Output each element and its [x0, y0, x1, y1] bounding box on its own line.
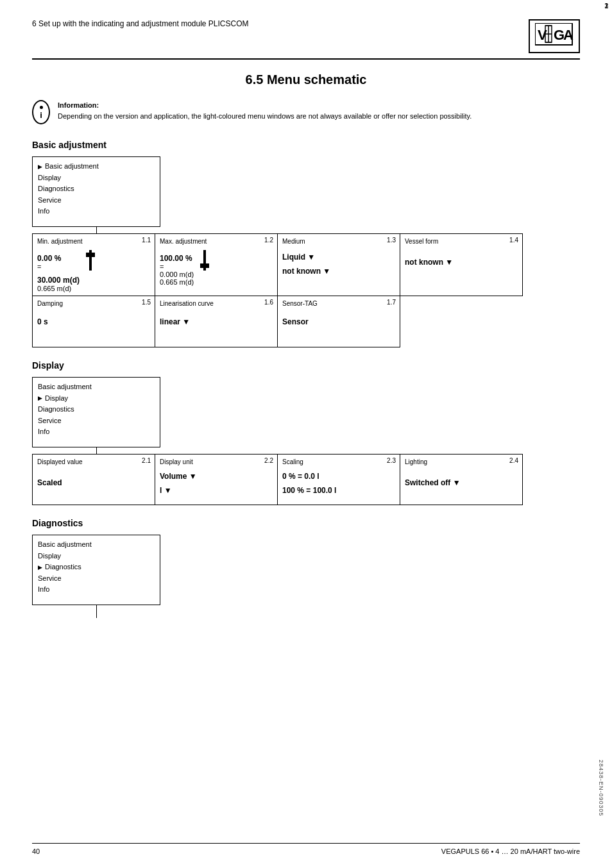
sub-box-1-3: 1.3 Medium Liquid ▼ not known ▼ [277, 233, 400, 296]
box-number-1-4: 1.4 [509, 237, 518, 244]
vessel-form-value: not known ▼ [405, 258, 518, 267]
scaling-value2: 100 % = 100.0 l [282, 486, 395, 495]
box-title-2-1: Displayed value [37, 458, 83, 465]
display-section: Display 2 Basic adjustment Display Diagn… [32, 360, 580, 505]
max-adj-value: 100.00 % [160, 254, 194, 263]
medium-value1: Liquid ▼ [282, 253, 395, 262]
box-title-1-7: Sensor-TAG [282, 300, 318, 307]
sub-box-1-7: 1.7 Sensor-TAG Sensor [277, 296, 400, 347]
min-adj-value: 0.00 % [37, 254, 80, 263]
box-title-1-5: Damping [37, 300, 63, 307]
box-title-1-3: Medium [282, 238, 305, 245]
diag-menu-item-display: Display [38, 551, 155, 562]
header: 6 Set up with the indicating and adjustm… [32, 19, 580, 60]
max-adj-dist: 0.000 m(d) [160, 271, 194, 278]
min-adj-dist2: 0.665 m(d) [37, 285, 80, 292]
max-adj-eq: = [160, 263, 194, 271]
box-title-1-4: Vessel form [405, 238, 438, 245]
box-number-1-1: 1.1 [142, 237, 151, 244]
box-number-1-3: 1.3 [387, 237, 396, 244]
header-title: 6 Set up with the indicating and adjustm… [32, 19, 249, 28]
box-title-1-2: Max. adjustment [160, 238, 207, 245]
menu-item-diagnostics: Diagnostics [38, 183, 155, 195]
display-menu-item-info: Info [38, 426, 155, 438]
vega-logo: V G A [529, 19, 580, 53]
menu-item-info: Info [38, 206, 155, 217]
page: 6 Set up with the indicating and adjustm… [0, 0, 612, 868]
section-title: 6.5 Menu schematic [32, 72, 580, 87]
info-text: Information: Depending on the version an… [58, 100, 472, 121]
box-number-2-1: 2.1 [142, 457, 151, 464]
diag-menu-item-service: Service [38, 573, 155, 585]
sub-box-2-3: 2.3 Scaling 0 % = 0.0 l 100 % = 100.0 l [277, 454, 400, 505]
sub-box-1-6: 1.6 Linearisation curve linear ▼ [155, 296, 278, 347]
box-title-1-6: Linearisation curve [160, 300, 214, 307]
displayed-value: Scaled [37, 478, 150, 487]
lighting-value: Switched off ▼ [405, 478, 518, 487]
medium-value2: not known ▼ [282, 267, 395, 276]
display-heading: Display [32, 360, 580, 371]
info-dot [40, 106, 43, 109]
info-box: i Information: Depending on the version … [32, 100, 580, 124]
info-icon: i [32, 100, 50, 124]
info-description: Depending on the version and application… [58, 111, 472, 122]
footer-page-number: 40 [32, 847, 40, 855]
svg-rect-13 [200, 263, 209, 268]
menu-number-3: 3 [604, 3, 608, 10]
basic-adjustment-main-menu: 1 Basic adjustment Display Diagnostics S… [32, 156, 160, 227]
display-menu-item-diag: Diagnostics [38, 404, 155, 415]
diag-menu-item-diag: Diagnostics [38, 562, 155, 573]
basic-adjustment-heading: Basic adjustment [32, 140, 580, 150]
box-number-1-6: 1.6 [264, 299, 273, 306]
sub-box-1-4: 1.4 Vessel form not known ▼ [400, 233, 523, 296]
menu-item-basic-adj: Basic adjustment [38, 161, 155, 172]
min-adj-dist: 30.000 m(d) [37, 276, 80, 285]
diag-menu-item-info: Info [38, 584, 155, 596]
sensor-tag-value: Sensor [282, 317, 395, 326]
side-text: 28438-EN-090305 [598, 760, 604, 817]
display-unit-value1: Volume ▼ [160, 472, 273, 481]
box-title-2-2: Display unit [160, 458, 193, 465]
svg-text:A: A [563, 27, 574, 43]
basic-adjustment-section: Basic adjustment 1 Basic adjustment Disp… [32, 140, 580, 347]
box-number-2-4: 2.4 [509, 457, 518, 464]
svg-rect-11 [86, 253, 95, 257]
linearisation-value: linear ▼ [160, 317, 273, 326]
menu-item-service: Service [38, 195, 155, 206]
sub-box-1-1: 1.1 Min. adjustment 0.00 % = 30.000 m(d)… [32, 233, 155, 296]
box-number-1-5: 1.5 [142, 299, 151, 306]
diagnostics-main-menu: 3 Basic adjustment Display Diagnostics S… [32, 535, 160, 605]
box-title-2-3: Scaling [282, 458, 303, 465]
menu-item-display: Display [38, 172, 155, 184]
info-letter: i [40, 110, 42, 120]
display-menu-item-service: Service [38, 415, 155, 427]
sub-box-2-4: 2.4 Lighting Switched off ▼ [400, 454, 523, 505]
max-adj-dist2: 0.665 m(d) [160, 278, 194, 286]
sub-box-2-1: 2.1 Displayed value Scaled [32, 454, 155, 505]
footer-product: VEGAPULS 66 • 4 … 20 mA/HART two-wire [441, 847, 580, 855]
box-number-1-7: 1.7 [387, 299, 396, 306]
display-unit-value2: l ▼ [160, 486, 273, 495]
box-number-2-3: 2.3 [387, 457, 396, 464]
footer: 40 VEGAPULS 66 • 4 … 20 mA/HART two-wire [32, 843, 580, 855]
sub-box-1-5: 1.5 Damping 0 s [32, 296, 155, 347]
display-menu-item-display: Display [38, 393, 155, 405]
display-main-menu: 2 Basic adjustment Display Diagnostics S… [32, 377, 160, 447]
box-number-1-2: 1.2 [264, 237, 273, 244]
sub-box-1-2: 1.2 Max. adjustment 100.00 % = 0.000 m(d… [155, 233, 278, 296]
diagnostics-heading: Diagnostics [32, 518, 580, 528]
damping-value: 0 s [37, 317, 150, 326]
box-title-1-1: Min. adjustment [37, 238, 83, 245]
display-menu-item-basic: Basic adjustment [38, 381, 155, 393]
info-label: Information: [58, 101, 99, 109]
sub-box-2-2: 2.2 Display unit Volume ▼ l ▼ [155, 454, 278, 505]
diagnostics-section: Diagnostics 3 Basic adjustment Display D… [32, 518, 580, 618]
diag-menu-item-basic: Basic adjustment [38, 539, 155, 551]
box-title-2-4: Lighting [405, 458, 427, 465]
min-adj-eq: = [37, 263, 80, 271]
box-number-2-2: 2.2 [264, 457, 273, 464]
svg-text:V: V [538, 27, 548, 43]
scaling-value1: 0 % = 0.0 l [282, 472, 395, 481]
